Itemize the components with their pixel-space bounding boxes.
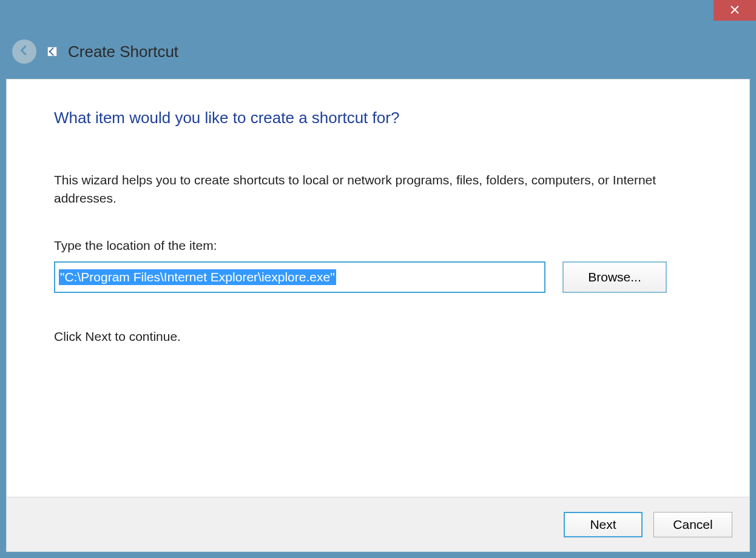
shortcut-icon (47, 47, 57, 56)
close-icon (731, 4, 739, 17)
next-button[interactable]: Next (564, 512, 643, 537)
titlebar (0, 0, 756, 24)
wizard-description: This wizard helps you to create shortcut… (54, 171, 702, 208)
window-title: Create Shortcut (68, 42, 178, 61)
header-strip: Create Shortcut (0, 24, 756, 79)
arrow-left-icon (18, 44, 31, 59)
location-label: Type the location of the item: (54, 238, 702, 253)
content-area: What item would you like to create a sho… (6, 79, 750, 552)
location-row: "C:\Program Files\Internet Explorer\iexp… (54, 261, 702, 293)
instruction-heading: What item would you like to create a sho… (54, 109, 702, 127)
close-button[interactable] (714, 0, 756, 21)
wizard-footer: Next Cancel (7, 497, 749, 551)
content-inner: What item would you like to create a sho… (7, 79, 749, 497)
wizard-window: Create Shortcut What item would you like… (0, 0, 756, 558)
location-input-text: "C:\Program Files\Internet Explorer\iexp… (59, 269, 336, 285)
continue-hint: Click Next to continue. (54, 329, 702, 344)
location-input[interactable]: "C:\Program Files\Internet Explorer\iexp… (54, 261, 545, 293)
cancel-button[interactable]: Cancel (653, 512, 732, 537)
browse-button[interactable]: Browse... (562, 261, 667, 293)
back-button[interactable] (12, 39, 36, 64)
